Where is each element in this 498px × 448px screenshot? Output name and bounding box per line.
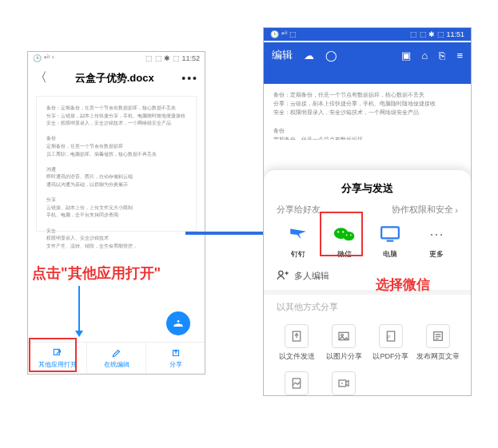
document-preview: 备份：定期备份，任意一个节点有数据损坏，核心数据不丢失 分享：云链接，副本上传快… — [36, 96, 197, 232]
annotation-open-other: 点击"其他应用打开" — [32, 264, 161, 283]
generate-pure-doc[interactable]: 生成纯图文档 防止复制篡改 — [273, 367, 321, 396]
sheet-subheader: 分享给好友 协作权限和安全› — [273, 204, 461, 222]
send-as-file[interactable]: 以文件发送 — [273, 319, 321, 367]
meeting-icon — [332, 371, 356, 395]
back-icon[interactable]: 〈 — [34, 69, 47, 86]
more-icon: ⋯ — [424, 222, 448, 246]
insert-icon[interactable]: ▣ — [401, 50, 411, 61]
tool-b-icon[interactable]: ⎘ — [439, 50, 445, 61]
status-bar: 🕒 ᵃⁱˡ ⬚ ⬚ ⬚ ✱ ⬚ 11:51 — [264, 28, 471, 41]
dingtalk-icon — [286, 222, 310, 246]
tab-share[interactable]: 分享 — [146, 343, 205, 374]
svg-point-7 — [350, 234, 352, 236]
app-wechat[interactable]: 微信 — [323, 222, 366, 260]
tab-edit-online[interactable]: 在线编辑 — [87, 343, 146, 374]
computer-icon — [378, 222, 402, 246]
status-right: ⬚ ⬚ ✱ ⬚ 11:51 — [410, 30, 464, 38]
top-area: 🕒 ᵃⁱˡ ⬚ ⬚ ⬚ ✱ ⬚ 11:51 编辑 ☁ ◯ ▣ ⌂ ⎘ ≡ — [264, 42, 471, 84]
status-left: 🕒 ᵃⁱˡ ⬚ — [270, 30, 297, 38]
svg-point-6 — [345, 234, 347, 236]
menu-icon[interactable]: ≡ — [456, 50, 463, 61]
app-more[interactable]: ⋯ 更多 — [415, 222, 458, 260]
svg-point-4 — [337, 231, 339, 232]
document-preview: 备份：定期备份，任意一个节点有数据损坏，核心数据不丢失 分享：云链接，副本上传快… — [264, 84, 471, 140]
status-left: 🕒 ᵃⁱˡ ᶜ — [33, 54, 54, 62]
fab-button[interactable] — [166, 311, 190, 335]
tab-label: 其他应用打开 — [38, 360, 77, 369]
title-bar: 〈 云盒子优势.docx ••• — [28, 65, 205, 91]
bottom-tabbar: 其他应用打开 在线编辑 分享 — [28, 342, 205, 374]
right-phone: 🕒 ᵃⁱˡ ⬚ ⬚ ⬚ ✱ ⬚ 11:51 编辑 ☁ ◯ ▣ ⌂ ⎘ ≡ 备份：… — [263, 27, 472, 396]
sheet-title: 分享与发送 — [273, 178, 461, 204]
toolbar-edit[interactable]: 编辑 — [272, 48, 293, 62]
status-bar: 🕒 ᵃⁱˡ ᶜ ⬚ ⬚ ✱ ⬚ 11:52 — [28, 52, 205, 65]
tab-open-other[interactable]: 其他应用打开 — [28, 343, 87, 374]
app-computer[interactable]: 电脑 — [369, 222, 412, 260]
wechat-icon — [333, 222, 357, 246]
share-apps-row: 钉钉 微信 电脑 ⋯ 更多 — [273, 222, 461, 263]
other-way-label: 以其他方式分享 — [273, 296, 461, 319]
edit-icon — [111, 347, 122, 359]
doc-title: 云盒子优势.docx — [75, 71, 154, 85]
chevron-right-icon: › — [455, 205, 458, 215]
multi-edit-row[interactable]: 多人编辑 — [273, 263, 461, 288]
share-icon — [170, 347, 181, 359]
svg-point-10 — [279, 271, 283, 275]
share-as-image[interactable]: 以图片分享 — [321, 319, 368, 367]
app-dingtalk[interactable]: 钉钉 — [277, 222, 320, 260]
tab-label: 在线编辑 — [104, 360, 129, 369]
publish-web-article[interactable]: 发布网页文章 — [414, 319, 461, 367]
open-external-icon — [52, 347, 63, 359]
fab-icon — [172, 317, 185, 330]
pdf-icon: P — [379, 324, 403, 348]
image-icon — [332, 324, 356, 348]
share-friends-label: 分享给好友 — [277, 204, 321, 216]
svg-point-5 — [342, 231, 344, 232]
annotation-wechat: 选择微信 — [376, 276, 430, 294]
web-article-icon — [426, 324, 450, 348]
remote-meeting[interactable]: 远程会议 — [321, 367, 368, 396]
other-way-grid: 以文件发送 以图片分享 P 以PDF分享 发布网页文章 生成纯图文档 防止复制篡… — [273, 319, 461, 396]
separator — [264, 290, 471, 295]
pure-doc-icon — [285, 371, 309, 395]
left-phone: 🕒 ᵃⁱˡ ᶜ ⬚ ⬚ ✱ ⬚ 11:52 〈 云盒子优势.docx ••• 备… — [27, 51, 205, 375]
svg-point-3 — [343, 232, 354, 240]
permission-link[interactable]: 协作权限和安全› — [392, 204, 458, 216]
status-right: ⬚ ⬚ ✱ ⬚ 11:52 — [145, 54, 200, 62]
cloud-icon[interactable]: ☁ — [304, 50, 314, 61]
svg-text:P: P — [388, 335, 391, 339]
tool-a-icon[interactable]: ⌂ — [422, 50, 428, 61]
more-icon[interactable]: ••• — [181, 72, 198, 85]
svg-point-13 — [341, 334, 344, 336]
share-sheet: 分享与发送 分享给好友 协作权限和安全› 钉钉 微信 — [264, 170, 471, 395]
toolbar: 编辑 ☁ ◯ ▣ ⌂ ⎘ ≡ — [264, 42, 471, 68]
profile-icon[interactable]: ◯ — [325, 50, 337, 61]
svg-rect-8 — [381, 227, 399, 238]
svg-rect-9 — [387, 240, 394, 242]
multi-edit-icon — [277, 269, 289, 282]
file-icon — [285, 324, 309, 348]
share-as-pdf[interactable]: P 以PDF分享 — [368, 319, 415, 367]
svg-point-0 — [177, 320, 180, 323]
tab-label: 分享 — [169, 360, 182, 369]
arrow-down — [78, 286, 80, 335]
